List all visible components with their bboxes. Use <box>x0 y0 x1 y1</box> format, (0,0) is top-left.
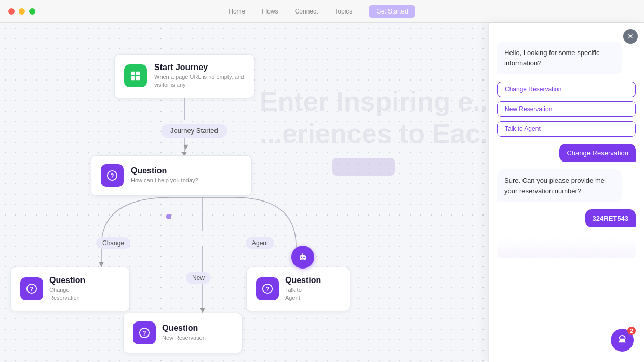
nav-item-connect[interactable]: Connect <box>295 8 318 15</box>
question-talk-icon: ? <box>256 277 279 300</box>
get-started-button[interactable]: Get Started <box>369 5 415 18</box>
option-new-reservation[interactable]: New Reservation <box>497 101 636 117</box>
svg-text:?: ? <box>30 286 33 293</box>
flow-canvas[interactable]: Enter Inspiring e... ...eriences to Eac.… <box>0 23 488 362</box>
start-journey-title: Start Journey <box>154 63 245 72</box>
chat-close-button[interactable]: ✕ <box>623 29 638 44</box>
question-new-res-title: Question <box>162 324 206 333</box>
start-journey-node[interactable]: Start Journey When a page URL is no empt… <box>114 54 254 98</box>
svg-point-18 <box>301 257 302 258</box>
svg-point-19 <box>303 257 305 258</box>
svg-text:?: ? <box>265 286 269 293</box>
notification-icon <box>617 335 627 345</box>
svg-text:?: ? <box>142 330 146 337</box>
chat-options: Change Reservation New Reservation Talk … <box>497 82 636 137</box>
question-change-subtitle: Change Reservation <box>49 286 85 302</box>
arrow-down-1: ▼ <box>182 142 190 152</box>
user-selection-container: Change Reservation <box>497 144 636 162</box>
question-talk-text: Question Talk to Agent <box>285 276 321 302</box>
question-change-node[interactable]: ? Question Change Reservation <box>10 267 130 311</box>
option-talk-to-agent[interactable]: Talk to Agent <box>497 121 636 137</box>
svg-rect-7 <box>131 76 135 80</box>
start-journey-icon <box>124 64 147 87</box>
question-main-icon: ? <box>101 164 124 187</box>
question-change-icon: ? <box>20 277 43 300</box>
chat-panel: ✕ Hello, Looking for some specific infor… <box>488 23 644 362</box>
nav-item-flows[interactable]: Flows <box>262 8 278 15</box>
bot-greeting-section: Hello, Looking for some specific informa… <box>497 42 636 137</box>
branch-dot-right <box>166 214 171 219</box>
start-journey-subtitle: When a page URL is no empty, and visitor… <box>154 73 245 89</box>
question-change-text: Question Change Reservation <box>49 276 85 302</box>
start-journey-text: Start Journey When a page URL is no empt… <box>154 63 245 89</box>
branch-label-new: New <box>186 272 211 284</box>
titlebar-dot-green[interactable] <box>29 8 35 15</box>
question-new-res-subtitle: New Reservation <box>162 334 206 342</box>
question-main-title: Question <box>131 166 198 176</box>
question-icon-3: ? <box>139 327 150 339</box>
question-talk-node[interactable]: ? Question Talk to Agent <box>246 267 350 311</box>
titlebar-dot-yellow[interactable] <box>19 8 25 15</box>
svg-rect-20 <box>301 259 304 260</box>
bot-greeting-message: Hello, Looking for some specific informa… <box>497 42 622 74</box>
question-icon-2: ? <box>26 283 37 294</box>
user-selected-message: Change Reservation <box>559 144 636 162</box>
layout-icon <box>130 70 141 82</box>
user-code-container: 324RET543 <box>497 209 636 227</box>
option-change-reservation[interactable]: Change Reservation <box>497 82 636 97</box>
svg-rect-6 <box>136 72 140 75</box>
question-icon: ? <box>106 170 118 181</box>
bot-reply-message: Sure. Can you please provide me your res… <box>497 169 622 202</box>
question-new-res-text: Question New Reservation <box>162 324 206 342</box>
svg-point-22 <box>302 253 304 254</box>
bg-watermark: Enter Inspiring e... ...eriences to Eac.… <box>260 85 488 150</box>
titlebar: Home Flows Connect Topics Get Started <box>0 0 644 23</box>
chat-messages: Hello, Looking for some specific informa… <box>489 23 644 362</box>
bot-avatar-container <box>291 246 314 269</box>
question-talk-subtitle: Talk to Agent <box>285 286 321 302</box>
question-new-reservation-node[interactable]: ? Question New Reservation <box>123 313 243 353</box>
svg-text:?: ? <box>110 172 114 180</box>
user-code-message: 324RET543 <box>585 209 636 227</box>
svg-rect-5 <box>131 72 135 75</box>
branch-label-agent: Agent <box>246 237 274 249</box>
question-new-res-icon: ? <box>133 321 156 344</box>
robot-icon <box>297 251 309 263</box>
nav-item-topics[interactable]: Topics <box>334 8 352 15</box>
blurred-button <box>332 158 395 176</box>
question-main-subtitle: How can I help you today? <box>131 177 198 184</box>
question-talk-title: Question <box>285 276 321 285</box>
question-main-text: Question How can I help you today? <box>131 166 198 184</box>
notification-badge: 2 <box>627 327 636 335</box>
nav-item-home[interactable]: Home <box>229 8 245 15</box>
bot-avatar <box>291 246 314 269</box>
question-main-node[interactable]: ? Question How can I help you today? <box>91 155 252 196</box>
svg-rect-8 <box>136 76 140 80</box>
chat-loading-indicator <box>497 237 636 258</box>
journey-started-pill: Journey Started <box>161 124 227 138</box>
branch-label-change: Change <box>96 237 130 249</box>
question-icon-4: ? <box>262 283 273 294</box>
titlebar-dot-red[interactable] <box>8 8 15 15</box>
question-change-title: Question <box>49 276 85 285</box>
chat-notification-area: 2 <box>611 329 634 352</box>
main-content: Enter Inspiring e... ...eriences to Eac.… <box>0 23 644 362</box>
